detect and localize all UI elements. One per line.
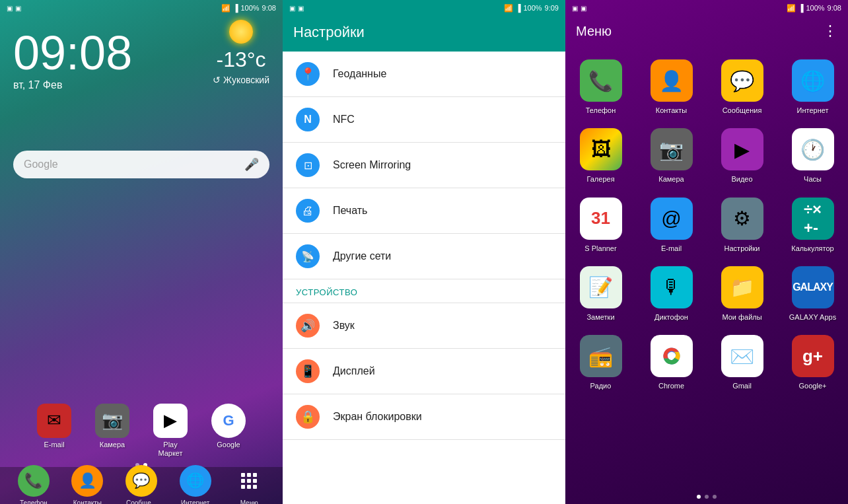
- splanner-app-icon: 31: [580, 198, 622, 240]
- dock-play[interactable]: ▶ PlayМаркет: [147, 404, 194, 458]
- display-icon: 📱: [296, 359, 320, 383]
- settings-time: 9:09: [545, 4, 559, 12]
- menu-battery-text: 100%: [806, 4, 824, 12]
- settings-status-bar: ▣ ▣ 📶 ▐ 100% 9:09: [283, 0, 565, 16]
- menu-app-messages[interactable]: 💬 Сообщения: [707, 53, 777, 122]
- settings-battery-text: 100%: [523, 4, 542, 12]
- bottom-menu[interactable]: Меню: [225, 465, 273, 505]
- radio-app-icon: 📻: [580, 335, 622, 377]
- sound-label: Звук: [333, 320, 355, 332]
- menu-more-icon[interactable]: ⋮: [823, 22, 837, 40]
- menu-app-notes[interactable]: 📝 Заметки: [565, 260, 636, 328]
- bottom-messages[interactable]: 💬 Сообще...: [118, 465, 165, 505]
- sun-icon: [229, 20, 253, 44]
- recorder-app-icon: 🎙: [651, 266, 693, 308]
- menu-dot-1: [697, 495, 701, 499]
- notes-app-label: Заметки: [586, 312, 614, 322]
- settings-item-display[interactable]: 📱 Дисплей: [283, 349, 565, 394]
- home-battery-text: 100%: [240, 4, 259, 12]
- settings-item-geo[interactable]: 📍 Геоданные: [283, 52, 565, 97]
- menu-app-camera[interactable]: 📷 Камера: [636, 122, 707, 190]
- messages-app-label: Сообщения: [723, 106, 762, 115]
- menu-dot-2: [705, 495, 709, 499]
- section-device: УСТРОЙСТВО: [283, 279, 565, 303]
- calc-app-icon: ÷×+-: [792, 198, 834, 240]
- display-label: Дисплей: [333, 365, 375, 377]
- menu-app-googleplus[interactable]: g+ Google+: [777, 328, 848, 397]
- menu-app-myfiles[interactable]: 📁 Мои файлы: [707, 260, 777, 328]
- menu-app-gallery[interactable]: 🖼 Галерея: [565, 122, 636, 190]
- dock-email[interactable]: ✉ E-mail: [30, 404, 78, 458]
- splanner-app-label: S Planner: [584, 244, 616, 253]
- settings-item-mirror[interactable]: ⊡ Screen Mirroring: [283, 143, 565, 188]
- menu-app-internet[interactable]: 🌐 Интернет: [777, 53, 848, 122]
- internet-app-label: Интернет: [797, 106, 829, 115]
- menu-app-email[interactable]: @ E-mail: [636, 191, 707, 260]
- bottom-contacts[interactable]: 👤 Контакты: [63, 465, 111, 505]
- menu-app-settings[interactable]: ⚙ Настройки: [707, 191, 777, 260]
- myfiles-app-icon: 📁: [721, 266, 763, 308]
- menu-app-phone[interactable]: 📞 Телефон: [565, 53, 636, 122]
- menu-signal-icon: ▐: [798, 4, 804, 12]
- camera-app-icon: 📷: [651, 128, 693, 170]
- settings-app-icon: ⚙: [721, 198, 763, 240]
- settings-item-print[interactable]: 🖨 Печать: [283, 188, 565, 234]
- sound-icon: 🔊: [296, 314, 320, 338]
- settings-header: Настройки: [283, 16, 565, 52]
- gmail-app-icon: ✉️: [721, 335, 763, 377]
- bottom-internet-label: Интернет: [181, 499, 210, 505]
- settings-list: 📍 Геоданные N NFC ⊡ Screen Mirroring 🖨 П…: [283, 52, 565, 504]
- dock-camera-label: Камера: [100, 441, 125, 449]
- settings-item-nfc[interactable]: N NFC: [283, 97, 565, 143]
- home-dock-apps: ✉ E-mail 📷 Камера ▶ PlayМаркет G Google: [13, 404, 269, 458]
- contacts-app-label: Контакты: [656, 106, 688, 115]
- bottom-phone[interactable]: 📞 Телефон: [10, 465, 57, 505]
- menu-page-dots: [565, 489, 848, 504]
- home-search-bar[interactable]: Google 🎤: [13, 151, 269, 178]
- dock-camera[interactable]: 📷 Камера: [88, 404, 136, 458]
- menu-app-calc[interactable]: ÷×+- Калькулятор: [777, 191, 848, 260]
- menu-app-galaxy[interactable]: GALAXY GALAXY Apps: [777, 260, 848, 328]
- nfc-label: NFC: [333, 114, 355, 126]
- menu-wifi-icon: 📶: [787, 4, 796, 13]
- email-app-icon: @: [651, 198, 693, 240]
- recorder-app-label: Диктофон: [654, 312, 688, 322]
- bottom-messages-label: Сообще...: [126, 499, 157, 505]
- calc-app-label: Калькулятор: [791, 244, 833, 253]
- radio-app-label: Радио: [590, 381, 612, 390]
- mirror-icon: ⊡: [296, 153, 320, 177]
- home-search-label: Google: [24, 159, 58, 170]
- menu-app-contacts[interactable]: 👤 Контакты: [636, 53, 707, 122]
- menu-app-clock[interactable]: 🕐 Часы: [777, 122, 848, 190]
- menu-app-gmail[interactable]: ✉️ Gmail: [707, 328, 777, 397]
- print-label: Печать: [333, 205, 367, 217]
- home-status-bar: ▣ ▣ 📶 ▐ 100% 9:08: [0, 0, 283, 16]
- home-status-right: 📶 ▐ 100% 9:08: [221, 4, 276, 13]
- gmail-app-label: Gmail: [732, 381, 752, 390]
- home-temp: -13°c: [217, 48, 266, 72]
- bottom-contacts-label: Контакты: [73, 499, 102, 505]
- messages-app-icon: 💬: [721, 59, 763, 102]
- bottom-internet[interactable]: 🌐 Интернет: [172, 465, 219, 505]
- galaxy-app-icon: GALAXY: [792, 266, 834, 308]
- dock-google[interactable]: G Google: [205, 404, 252, 458]
- video-app-icon: ▶: [721, 128, 763, 170]
- notes-app-icon: 📝: [580, 266, 622, 308]
- myfiles-app-label: Мои файлы: [722, 312, 761, 322]
- voice-search-icon[interactable]: 🎤: [244, 157, 259, 172]
- menu-app-video[interactable]: ▶ Видео: [707, 122, 777, 190]
- clock-app-icon: 🕐: [792, 128, 834, 170]
- menu-app-radio[interactable]: 📻 Радио: [565, 328, 636, 397]
- menu-app-chrome[interactable]: Chrome: [636, 328, 707, 397]
- home-weather: -13°c ↺ Жуковский: [213, 20, 269, 85]
- menu-app-splanner[interactable]: 31 S Planner: [565, 191, 636, 260]
- home-wifi-icon: 📶: [221, 4, 230, 13]
- settings-item-sound[interactable]: 🔊 Звук: [283, 303, 565, 349]
- settings-item-other-net[interactable]: 📡 Другие сети: [283, 234, 565, 279]
- googleplus-app-label: Google+: [799, 381, 827, 390]
- menu-app-recorder[interactable]: 🎙 Диктофон: [636, 260, 707, 328]
- settings-item-lockscreen[interactable]: 🔒 Экран блокировки: [283, 394, 565, 440]
- geo-label: Геоданные: [333, 68, 386, 80]
- menu-app-grid: 📞 Телефон 👤 Контакты 💬 Сообщения 🌐 Интер…: [565, 46, 848, 489]
- home-bottom-bar: 📞 Телефон 👤 Контакты 💬 Сообще... 🌐 Интер…: [0, 467, 283, 504]
